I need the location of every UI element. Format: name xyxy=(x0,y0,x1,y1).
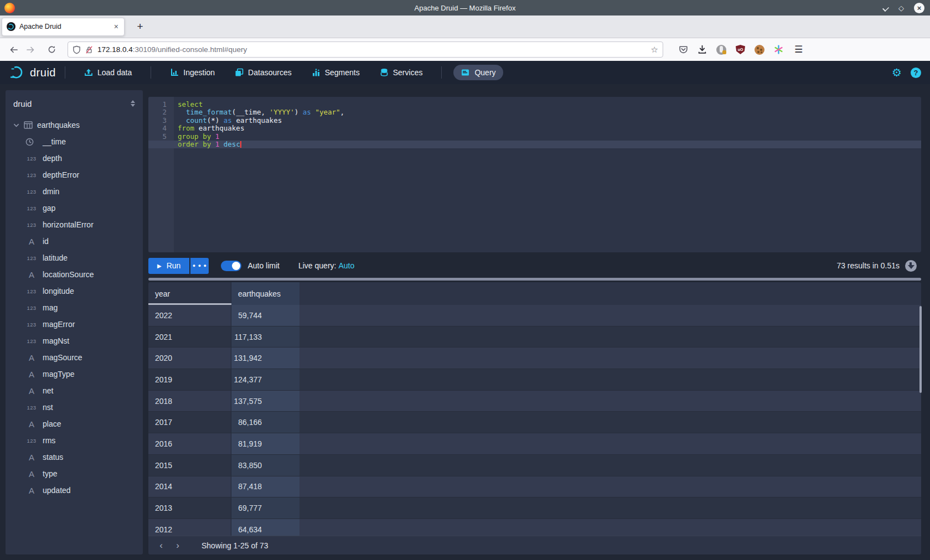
sidebar-column-updated[interactable]: Aupdated xyxy=(6,482,143,499)
live-query-value[interactable]: Auto xyxy=(338,261,354,270)
pocket-icon[interactable] xyxy=(679,45,688,54)
sidebar-column-depth[interactable]: 123depth xyxy=(6,150,143,167)
nav-item-query[interactable]: Query xyxy=(453,65,503,80)
column-header-filler xyxy=(299,282,921,305)
url-text[interactable]: 172.18.0.4:30109/unified-console.html#qu… xyxy=(97,45,647,54)
sidebar-table-earthquakes[interactable]: earthquakes xyxy=(6,117,143,133)
cell-year[interactable]: 2012 xyxy=(148,519,231,536)
bookmark-star-icon[interactable]: ☆ xyxy=(651,45,658,55)
cell-earthquakes[interactable]: 124,377 xyxy=(231,369,299,390)
column-header-earthquakes[interactable]: earthquakes xyxy=(231,282,299,305)
code-line-5[interactable]: group by 1 xyxy=(178,133,921,141)
nav-item-segments[interactable]: Segments xyxy=(304,65,367,80)
cell-earthquakes[interactable]: 83,850 xyxy=(231,455,299,476)
sidebar-column-horizontalError[interactable]: 123horizontalError xyxy=(6,216,143,233)
nav-item-load-data[interactable]: Load data xyxy=(77,65,139,80)
menu-hamburger-icon[interactable]: ☰ xyxy=(794,44,803,55)
ublock-extension-icon[interactable]: uO xyxy=(736,45,745,54)
browser-tab[interactable]: Apache Druid × xyxy=(2,18,125,36)
privacy-extension-icon[interactable] xyxy=(716,45,726,55)
tracking-shield-icon[interactable] xyxy=(73,45,81,54)
cell-year[interactable]: 2014 xyxy=(148,476,231,497)
sidebar-column-magNst[interactable]: 123magNst xyxy=(6,333,143,349)
forward-icon[interactable] xyxy=(22,45,39,54)
window-maximize-icon[interactable]: ◇ xyxy=(898,4,904,12)
sidebar-column-magSource[interactable]: AmagSource xyxy=(6,349,143,366)
sidebar-column-locationSource[interactable]: AlocationSource xyxy=(6,266,143,283)
code-line-2[interactable]: time_format(__time, 'YYYY') as "year", xyxy=(178,108,921,116)
run-button[interactable]: ▶ Run xyxy=(148,258,189,274)
url-bar[interactable]: 172.18.0.4:30109/unified-console.html#qu… xyxy=(68,42,663,58)
cell-year[interactable]: 2019 xyxy=(148,369,231,390)
sidebar-column-__time[interactable]: __time xyxy=(6,133,143,150)
cell-filler xyxy=(299,476,921,497)
sidebar-column-type[interactable]: Atype xyxy=(6,465,143,482)
chevron-down-icon[interactable] xyxy=(13,122,19,128)
tab-close-icon[interactable]: × xyxy=(113,22,120,31)
cell-year[interactable]: 2022 xyxy=(148,305,231,326)
multi-account-extension-icon[interactable] xyxy=(774,45,783,54)
editor-code[interactable]: select time_format(__time, 'YYYY') as "y… xyxy=(174,97,921,252)
cell-earthquakes[interactable]: 137,575 xyxy=(231,391,299,412)
code-line-1[interactable]: select xyxy=(178,101,921,108)
cell-earthquakes[interactable]: 69,777 xyxy=(231,497,299,518)
settings-gear-icon[interactable]: ⚙ xyxy=(892,67,902,78)
sidebar-column-status[interactable]: Astatus xyxy=(6,449,143,465)
sidebar-column-magType[interactable]: AmagType xyxy=(6,366,143,382)
sidebar-column-latitude[interactable]: 123latitude xyxy=(6,250,143,266)
new-tab-button[interactable]: + xyxy=(132,20,148,33)
next-page-icon[interactable]: › xyxy=(169,540,186,551)
cookie-extension-icon[interactable] xyxy=(755,45,764,55)
column-header-year[interactable]: year xyxy=(148,282,231,305)
code-line-4[interactable]: from earthquakes xyxy=(178,125,921,132)
cell-year[interactable]: 2021 xyxy=(148,326,231,348)
horizontal-scrollbar[interactable] xyxy=(148,278,921,281)
cell-year[interactable]: 2018 xyxy=(148,391,231,412)
sidebar-column-net[interactable]: Anet xyxy=(6,382,143,399)
sidebar-column-place[interactable]: Aplace xyxy=(6,416,143,432)
string-type-icon: A xyxy=(25,453,38,462)
cell-earthquakes[interactable]: 117,133 xyxy=(231,326,299,348)
cell-earthquakes[interactable]: 87,418 xyxy=(231,476,299,497)
sidebar-column-dmin[interactable]: 123dmin xyxy=(6,183,143,200)
sql-editor[interactable]: 123456 select time_format(__time, 'YYYY'… xyxy=(148,97,921,252)
sidebar-column-nst[interactable]: 123nst xyxy=(6,399,143,416)
cell-filler xyxy=(299,497,921,518)
cell-year[interactable]: 2016 xyxy=(148,433,231,454)
druid-brand[interactable]: druid xyxy=(10,65,56,80)
sidebar-column-longitude[interactable]: 123longitude xyxy=(6,283,143,299)
code-line-6[interactable]: order by 1 desc xyxy=(178,141,921,148)
cell-year[interactable]: 2020 xyxy=(148,348,231,369)
window-shade-icon[interactable] xyxy=(883,5,888,11)
auto-limit-toggle[interactable] xyxy=(221,261,241,271)
schema-select-caret-icon[interactable] xyxy=(131,100,135,107)
reload-icon[interactable] xyxy=(43,45,60,54)
cell-earthquakes[interactable]: 131,942 xyxy=(231,348,299,369)
sidebar-column-depthError[interactable]: 123depthError xyxy=(6,167,143,183)
prev-page-icon[interactable]: ‹ xyxy=(153,540,169,551)
nav-item-ingestion[interactable]: Ingestion xyxy=(163,65,222,80)
cell-year[interactable]: 2013 xyxy=(148,497,231,518)
sidebar-column-gap[interactable]: 123gap xyxy=(6,200,143,216)
cell-year[interactable]: 2017 xyxy=(148,412,231,433)
back-icon[interactable] xyxy=(6,45,22,54)
sidebar-column-magError[interactable]: 123magError xyxy=(6,316,143,333)
cell-earthquakes[interactable]: 64,634 xyxy=(231,519,299,536)
downloads-icon[interactable] xyxy=(698,45,707,54)
cell-earthquakes[interactable]: 59,744 xyxy=(231,305,299,326)
sidebar-column-rms[interactable]: 123rms xyxy=(6,432,143,449)
more-options-button[interactable]: ● ● ● xyxy=(190,258,209,274)
insecure-lock-icon[interactable] xyxy=(85,45,93,54)
sidebar-column-mag[interactable]: 123mag xyxy=(6,299,143,316)
nav-item-services[interactable]: Services xyxy=(373,65,430,80)
sidebar-column-id[interactable]: Aid xyxy=(6,233,143,250)
window-close-icon[interactable]: × xyxy=(914,3,924,13)
download-results-icon[interactable] xyxy=(905,260,917,272)
vertical-scrollbar[interactable] xyxy=(919,306,922,393)
cell-earthquakes[interactable]: 86,166 xyxy=(231,412,299,433)
cell-year[interactable]: 2015 xyxy=(148,455,231,476)
nav-item-datasources[interactable]: Datasources xyxy=(228,65,299,80)
help-icon[interactable]: ? xyxy=(911,68,921,78)
code-line-3[interactable]: count(*) as earthquakes xyxy=(178,117,921,125)
cell-earthquakes[interactable]: 81,919 xyxy=(231,433,299,454)
